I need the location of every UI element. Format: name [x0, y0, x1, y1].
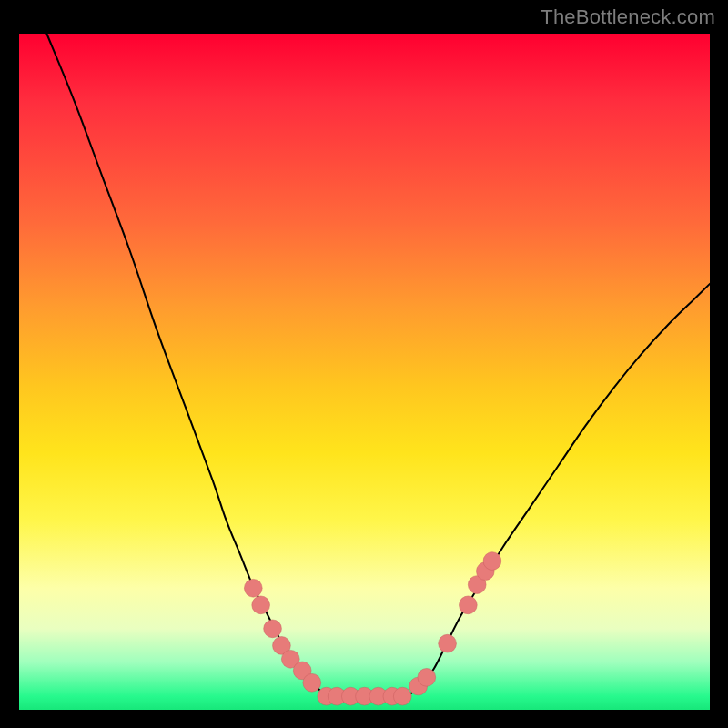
- curve-marker: [459, 596, 477, 614]
- curve-marker: [252, 596, 270, 614]
- curve-marker: [303, 673, 321, 692]
- curve-marker: [264, 620, 282, 638]
- curve-marker: [418, 668, 436, 686]
- chart-overlay-svg: [19, 34, 710, 710]
- bottleneck-curve: [46, 34, 710, 697]
- curve-marker: [439, 634, 457, 652]
- curve-marker: [244, 579, 262, 597]
- plot-area: [19, 34, 710, 710]
- v-curve-path: [46, 34, 710, 697]
- curve-marker: [393, 687, 411, 705]
- chart-stage: TheBottleneck.com: [0, 0, 728, 728]
- watermark-text: TheBottleneck.com: [541, 5, 715, 29]
- curve-markers: [244, 552, 500, 705]
- curve-marker: [483, 552, 501, 571]
